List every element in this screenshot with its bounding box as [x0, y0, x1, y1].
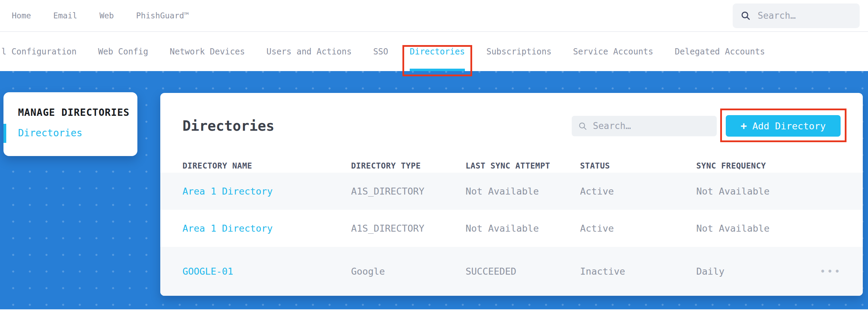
manage-directories-card: MANAGE DIRECTORIES Directories — [3, 92, 137, 156]
column-header: SYNC FREQUENCY — [696, 161, 820, 170]
top-nav-item-home[interactable]: Home — [12, 11, 31, 20]
secondary-nav: l ConfigurationWeb ConfigNetwork Devices… — [1, 32, 765, 71]
tab-label: Directories — [410, 47, 465, 57]
primary-nav-bar: HomeEmailWebPhishGuard™ — [0, 0, 868, 32]
directory-type-cell: A1S_DIRECTORY — [351, 223, 466, 234]
table-row: Area 1 DirectoryA1S_DIRECTORYNot Availab… — [160, 210, 863, 247]
tab-label: SSO — [373, 47, 388, 57]
table-header-row: DIRECTORY NAMEDIRECTORY TYPELAST SYNC AT… — [160, 159, 863, 173]
directory-name-link[interactable]: Area 1 Directory — [182, 223, 351, 234]
table-row: GOOGLE-01GoogleSUCCEEDEDInactiveDaily••• — [160, 247, 863, 296]
tab-label: Subscriptions — [486, 47, 552, 57]
secondary-nav-bar: l ConfigurationWeb ConfigNetwork Devices… — [0, 32, 868, 71]
sidebar-item-label: Directories — [18, 127, 82, 139]
panel-header: Directories + Add Directory — [160, 93, 863, 159]
column-header: DIRECTORY NAME — [182, 161, 351, 170]
status-cell: Active — [580, 186, 696, 197]
sync-frequency-cell: Daily — [696, 266, 820, 277]
directories-search-input[interactable] — [592, 120, 710, 131]
tab-directories[interactable]: Directories — [410, 32, 465, 71]
tab-subscriptions[interactable]: Subscriptions — [486, 32, 552, 71]
active-tab-underline — [410, 69, 465, 71]
tab-label: Delegated Accounts — [675, 47, 765, 57]
top-nav-item-email[interactable]: Email — [53, 11, 77, 20]
plus-icon: + — [741, 121, 747, 131]
global-search[interactable] — [733, 3, 860, 28]
row-menu-cell: ••• — [820, 266, 841, 277]
tab-label: Service Accounts — [573, 47, 653, 57]
sidebar-item-directories[interactable]: Directories — [3, 127, 137, 139]
directory-type-cell: Google — [351, 266, 466, 277]
primary-nav: HomeEmailWebPhishGuard™ — [12, 11, 189, 20]
sync-frequency-cell: Not Available — [696, 223, 820, 234]
search-icon — [578, 121, 587, 131]
workspace-background: MANAGE DIRECTORIES Directories Directori… — [0, 71, 868, 309]
column-header: DIRECTORY TYPE — [351, 161, 466, 170]
status-cell: Inactive — [580, 266, 696, 277]
global-search-input[interactable] — [757, 10, 852, 21]
tab-sso[interactable]: SSO — [373, 32, 388, 71]
status-cell: Active — [580, 223, 696, 234]
top-header: HomeEmailWebPhishGuard™ l ConfigurationW… — [0, 0, 868, 71]
search-icon — [740, 10, 751, 21]
directories-table: Area 1 DirectoryA1S_DIRECTORYNot Availab… — [160, 173, 863, 296]
top-nav-item-web[interactable]: Web — [100, 11, 114, 20]
last-sync-cell: Not Available — [466, 223, 580, 234]
tab-label: Web Config — [98, 47, 148, 57]
add-directory-label: Add Directory — [752, 121, 826, 131]
tab-delegated-accounts[interactable]: Delegated Accounts — [675, 32, 765, 71]
column-header: LAST SYNC ATTEMPT — [466, 161, 580, 170]
tab-service-accounts[interactable]: Service Accounts — [573, 32, 653, 71]
directory-name-link[interactable]: GOOGLE-01 — [182, 266, 351, 277]
tab-l-configuration[interactable]: l Configuration — [1, 32, 77, 71]
last-sync-cell: SUCCEEDED — [466, 266, 580, 277]
last-sync-cell: Not Available — [466, 186, 580, 197]
directory-name-link[interactable]: Area 1 Directory — [182, 186, 351, 197]
directories-search[interactable] — [572, 116, 717, 136]
add-directory-button[interactable]: + Add Directory — [726, 115, 841, 137]
page-title: Directories — [182, 118, 274, 134]
tab-label: l Configuration — [1, 47, 77, 57]
sidebar-card-title: MANAGE DIRECTORIES — [18, 107, 137, 118]
directory-type-cell: A1S_DIRECTORY — [351, 186, 466, 197]
top-nav-item-phishguard-[interactable]: PhishGuard™ — [136, 11, 189, 20]
tab-web-config[interactable]: Web Config — [98, 32, 148, 71]
add-directory-button-wrap: + Add Directory — [726, 115, 841, 137]
table-row: Area 1 DirectoryA1S_DIRECTORYNot Availab… — [160, 173, 863, 210]
column-header: STATUS — [580, 161, 696, 170]
active-indicator-bar — [3, 124, 6, 143]
tab-label: Network Devices — [170, 47, 245, 57]
sync-frequency-cell: Not Available — [696, 186, 820, 197]
directories-panel: Directories + Add Directory DIRECTORY NA… — [160, 93, 863, 296]
tab-network-devices[interactable]: Network Devices — [170, 32, 245, 71]
tab-label: Users and Actions — [266, 47, 352, 57]
ellipsis-menu-icon[interactable]: ••• — [820, 266, 842, 277]
tab-users-and-actions[interactable]: Users and Actions — [266, 32, 352, 71]
